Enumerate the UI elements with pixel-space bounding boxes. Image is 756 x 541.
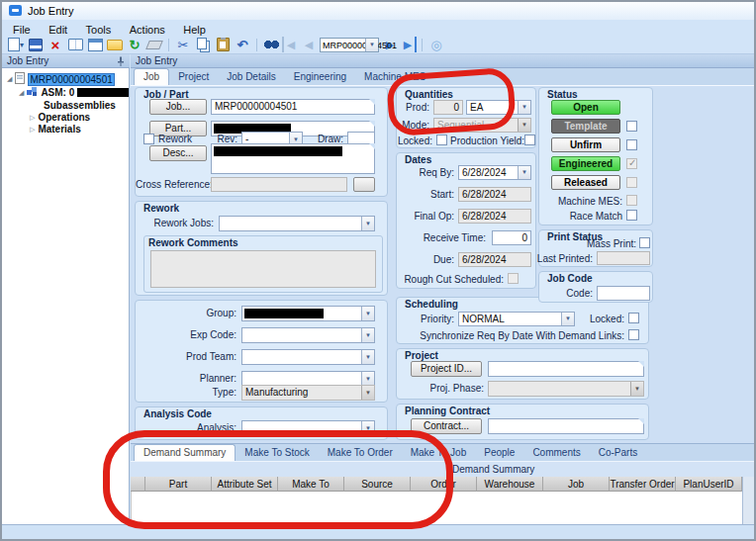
final-op-field[interactable]: 6/28/2024 — [458, 209, 531, 224]
planner-dropdown-icon[interactable] — [361, 372, 374, 386]
column-header-warehouse[interactable]: Warehouse — [477, 477, 543, 492]
book-icon[interactable] — [66, 37, 84, 52]
tab-people[interactable]: People — [475, 445, 523, 461]
exp-code-dropdown-icon[interactable] — [361, 328, 374, 342]
prod-team-combo[interactable] — [241, 349, 375, 365]
delete-icon[interactable]: × — [47, 37, 64, 52]
tab-comments[interactable]: Comments — [523, 445, 589, 461]
tab-job[interactable]: Job — [134, 68, 169, 85]
desc-field[interactable] — [211, 143, 375, 174]
group-dropdown-icon[interactable] — [361, 307, 374, 320]
rework-comments-textarea[interactable] — [150, 250, 376, 288]
tree-asm-label[interactable]: ASM: 0 — [41, 87, 74, 98]
last-record-icon[interactable]: ▶ — [401, 37, 417, 52]
record-combo[interactable]: MRP00000004501 — [320, 38, 379, 52]
tree-item-label[interactable]: Operations — [38, 112, 90, 123]
proj-phase-dropdown-icon[interactable] — [630, 382, 643, 396]
template-checkbox[interactable] — [626, 121, 637, 132]
start-field[interactable]: 6/28/2024 — [458, 187, 531, 202]
tab-project[interactable]: Project — [169, 69, 218, 85]
mode-dropdown-icon[interactable] — [518, 119, 530, 132]
tab-co-parts[interactable]: Co-Parts — [590, 445, 646, 461]
rework-jobs-dropdown-icon[interactable] — [361, 217, 374, 230]
due-field[interactable]: 6/28/2024 — [458, 252, 531, 267]
tree-asm-item[interactable]: ◢ ASM: 0 — [19, 86, 129, 99]
tab-machine-mes[interactable]: Machine MES — [355, 69, 434, 85]
job-field[interactable]: MRP00000004501 — [211, 99, 375, 115]
prod-team-dropdown-icon[interactable] — [361, 350, 374, 364]
rework-checkbox[interactable] — [143, 134, 154, 144]
column-header-part[interactable]: Part — [145, 477, 212, 492]
mass-print-checkbox[interactable] — [639, 237, 650, 248]
tab-make-to-order[interactable]: Make To Order — [319, 445, 402, 461]
run-icon[interactable]: ◎ — [427, 37, 445, 52]
expander-closed-icon[interactable]: ▷ — [30, 126, 35, 134]
open-status-button[interactable]: Open — [551, 100, 620, 115]
column-header-source[interactable]: Source — [344, 477, 411, 492]
tree-item-label[interactable]: Subassemblies — [44, 100, 116, 111]
cross-reference-button[interactable] — [353, 177, 375, 192]
desc-button[interactable]: Desc... — [149, 145, 207, 161]
column-header-make-to[interactable]: Make To — [278, 477, 344, 492]
tree-item-materials[interactable]: ▷ Materials — [30, 124, 81, 135]
cut-icon[interactable]: ✂ — [174, 37, 192, 52]
template-status-button[interactable]: Template — [551, 119, 620, 134]
engineered-checkbox[interactable] — [626, 158, 637, 169]
project-id-field[interactable] — [488, 361, 644, 377]
undo-icon[interactable]: ↶ — [234, 37, 251, 52]
new-dropdown-icon[interactable]: ▾ — [20, 41, 24, 49]
tree-item-operations[interactable]: ▷ Operations — [30, 112, 90, 123]
column-header-transfer-order[interactable]: Transfer Order — [610, 477, 676, 492]
folder-icon[interactable] — [106, 37, 124, 52]
proj-phase-combo[interactable] — [488, 381, 644, 397]
contract-field[interactable] — [488, 418, 644, 434]
req-by-dropdown-icon[interactable] — [518, 166, 530, 179]
tree-item-label[interactable]: Materials — [38, 124, 80, 135]
rework-jobs-combo[interactable] — [219, 216, 375, 231]
refresh-icon[interactable]: ↻ — [126, 37, 143, 52]
exp-code-combo[interactable] — [241, 327, 375, 343]
code-field[interactable] — [597, 286, 650, 301]
engineered-status-button[interactable]: Engineered — [551, 156, 620, 171]
tree-root-item[interactable]: ◢ MRP00000004501 — [7, 72, 115, 86]
released-status-button[interactable]: Released — [551, 175, 620, 190]
type-dropdown-icon[interactable] — [361, 386, 374, 400]
tree-root-label[interactable]: MRP00000004501 — [28, 73, 114, 86]
race-match-checkbox[interactable] — [626, 210, 637, 221]
rough-cut-scheduled-checkbox[interactable] — [508, 273, 519, 284]
sync-req-by-checkbox[interactable] — [628, 329, 639, 340]
tab-make-to-job[interactable]: Make To Job — [402, 445, 476, 461]
calendar-icon[interactable] — [86, 37, 104, 52]
copy-icon[interactable] — [194, 37, 212, 52]
column-header-attribute-set[interactable]: Attribute Set — [212, 477, 278, 492]
last-printed-field[interactable] — [597, 251, 650, 265]
uom-dropdown-icon[interactable] — [518, 101, 530, 114]
mode-combo[interactable]: Sequential — [433, 118, 531, 133]
eraser-icon[interactable] — [145, 37, 163, 52]
grid-vertical-scrollbar[interactable] — [742, 477, 754, 524]
record-combo-dropdown-icon[interactable] — [365, 39, 378, 51]
receive-time-field[interactable]: 0 — [492, 230, 531, 245]
paste-icon[interactable] — [214, 37, 232, 52]
machine-mes-checkbox[interactable] — [626, 195, 637, 206]
type-combo[interactable]: Manufacturing — [241, 385, 375, 401]
tab-engineering[interactable]: Engineering — [285, 69, 355, 85]
contract-button[interactable]: Contract... — [411, 418, 482, 434]
job-button[interactable]: Job... — [149, 99, 207, 115]
expander-closed-icon[interactable]: ▷ — [30, 114, 35, 122]
unfirm-checkbox[interactable] — [626, 139, 637, 150]
expander-open-icon[interactable]: ◢ — [7, 75, 12, 83]
unfirm-status-button[interactable]: Unfirm — [551, 137, 620, 152]
released-checkbox[interactable] — [626, 177, 637, 188]
save-icon[interactable] — [27, 37, 45, 52]
uom-combo[interactable]: EA — [466, 100, 531, 115]
tab-make-to-stock[interactable]: Make To Stock — [236, 445, 318, 461]
scheduling-locked-checkbox[interactable] — [628, 313, 639, 323]
tab-demand-summary[interactable]: Demand Summary — [134, 444, 236, 461]
new-icon[interactable]: ▾ — [7, 37, 25, 52]
production-yield-checkbox[interactable] — [524, 135, 535, 145]
analysis-combo[interactable] — [241, 420, 375, 436]
prev-record-icon[interactable]: ◀ — [300, 37, 318, 52]
column-header-order[interactable]: Order — [411, 477, 477, 492]
column-header-planuserid[interactable]: PlanUserID — [676, 477, 742, 492]
